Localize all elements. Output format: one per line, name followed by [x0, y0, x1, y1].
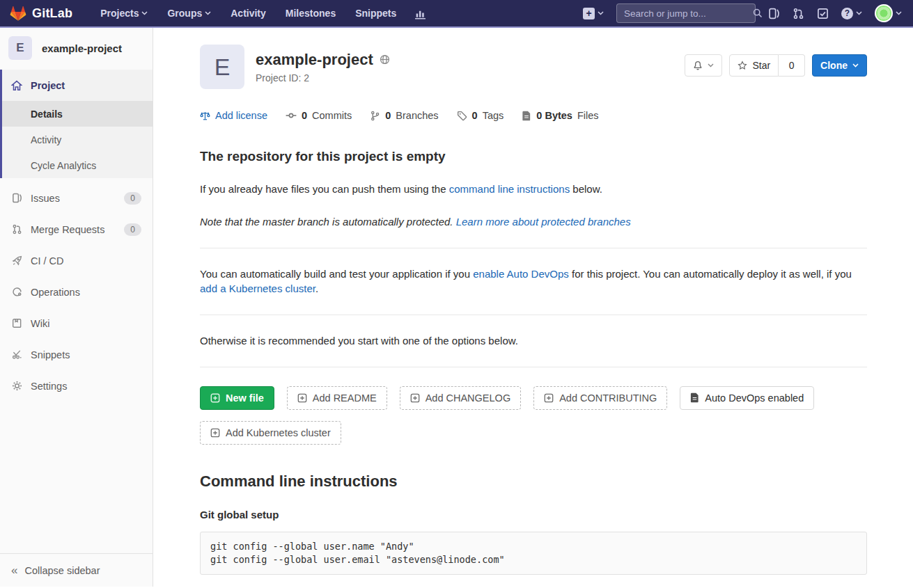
- protected-branch-note: Note that the master branch is automatic…: [200, 214, 867, 230]
- cli-heading: Command line instructions: [200, 472, 867, 491]
- gitlab-logo[interactable]: GitLab: [10, 5, 72, 22]
- help-menu-button[interactable]: ?: [841, 8, 862, 19]
- tags-stat[interactable]: 0Tags: [457, 110, 504, 121]
- project-avatar-large: E: [200, 45, 244, 89]
- divider: [200, 367, 867, 367]
- commit-icon: [286, 110, 297, 121]
- file-icon: [690, 392, 699, 403]
- plus-icon: +: [583, 8, 595, 19]
- file-icon: [522, 111, 531, 121]
- star-icon: [738, 61, 747, 70]
- search-input[interactable]: [624, 8, 747, 19]
- add-changelog-button[interactable]: Add CHANGELOG: [400, 386, 522, 410]
- auto-devops-text: You can automatically build and test you…: [200, 267, 867, 297]
- sidebar-item-activity[interactable]: Activity: [2, 127, 153, 152]
- nav-menu: Projects Groups Activity Milestones Snip…: [91, 0, 435, 26]
- collapse-icon: «: [11, 564, 17, 578]
- user-avatar: [875, 4, 893, 22]
- otherwise-text: Otherwise it is recommended you start wi…: [200, 333, 867, 349]
- sidebar-item-wiki[interactable]: Wiki: [0, 308, 153, 339]
- nav-milestones[interactable]: Milestones: [276, 0, 345, 26]
- chevron-down-icon: [896, 11, 902, 15]
- rocket-icon: [11, 255, 22, 266]
- chevron-down-icon: [205, 11, 211, 15]
- merge-requests-icon[interactable]: [793, 8, 804, 19]
- notifications-button[interactable]: [685, 54, 722, 77]
- new-file-button[interactable]: New file: [200, 386, 274, 410]
- chevron-down-icon: [141, 11, 148, 15]
- project-stats-bar: Add license 0Commits 0Branches 0Tags: [200, 110, 867, 121]
- git-global-setup-heading: Git global setup: [200, 509, 867, 521]
- sidebar-item-issues[interactable]: Issues 0: [0, 182, 153, 214]
- command-line-instructions-link[interactable]: command line instructions: [449, 183, 570, 195]
- home-icon: [11, 80, 22, 91]
- operations-icon: [11, 287, 22, 297]
- tag-icon: [457, 111, 467, 121]
- push-instructions-text: If you already have files you can push t…: [200, 182, 867, 197]
- chevron-down-icon: [708, 63, 714, 67]
- star-count[interactable]: 0: [779, 54, 805, 77]
- branches-stat[interactable]: 0Branches: [370, 110, 438, 121]
- chart-icon[interactable]: [406, 8, 435, 19]
- add-license-link[interactable]: Add license: [200, 110, 267, 121]
- star-button[interactable]: Star: [729, 54, 779, 77]
- protected-branches-link[interactable]: Learn more about protected branches: [456, 216, 631, 228]
- enable-auto-devops-link[interactable]: enable Auto DevOps: [473, 268, 569, 280]
- sidebar-item-ci-cd[interactable]: CI / CD: [0, 245, 153, 276]
- sidebar-item-merge-requests[interactable]: Merge Requests 0: [0, 214, 153, 245]
- project-avatar-small: E: [8, 36, 32, 60]
- top-navbar: GitLab Projects Groups Activity Mileston…: [0, 0, 913, 28]
- git-global-setup-code[interactable]: git config --global user.name "Andy" git…: [200, 532, 867, 575]
- clone-button[interactable]: Clone: [812, 54, 867, 77]
- page-title: example-project: [256, 51, 373, 69]
- nav-right-cluster: + ?: [583, 3, 902, 23]
- global-search[interactable]: [616, 3, 756, 23]
- gear-icon: [11, 381, 22, 391]
- merge-requests-count-badge: 0: [124, 223, 141, 236]
- add-kubernetes-cluster-link[interactable]: add a Kubernetes cluster: [200, 283, 315, 294]
- files-stat[interactable]: 0 BytesFiles: [522, 110, 598, 121]
- sidebar-item-cycle-analytics[interactable]: Cycle Analytics: [2, 152, 153, 178]
- scale-icon: [200, 111, 210, 121]
- add-contributing-button[interactable]: Add CONTRIBUTING: [533, 386, 667, 410]
- plus-square-icon: [544, 393, 554, 403]
- plus-square-icon: [210, 428, 220, 438]
- divider: [200, 248, 867, 248]
- add-readme-button[interactable]: Add README: [287, 386, 387, 410]
- collapse-sidebar-button[interactable]: « Collapse sidebar: [0, 553, 153, 587]
- issues-icon[interactable]: [768, 8, 780, 19]
- chevron-down-icon: [856, 11, 862, 15]
- commits-stat[interactable]: 0Commits: [286, 110, 352, 121]
- sidebar-item-settings[interactable]: Settings: [0, 370, 153, 402]
- empty-repo-heading: The repository for this project is empty: [200, 149, 867, 164]
- sidebar-project-context[interactable]: E example-project: [0, 28, 153, 70]
- nav-projects[interactable]: Projects: [91, 0, 157, 26]
- chevron-down-icon: [852, 63, 859, 67]
- sidebar-project-name: example-project: [42, 42, 122, 54]
- new-menu-button[interactable]: +: [583, 8, 604, 19]
- tanuki-icon: [10, 5, 26, 22]
- bell-icon: [693, 61, 703, 70]
- add-kubernetes-cluster-button[interactable]: Add Kubernetes cluster: [200, 421, 341, 445]
- sidebar-section-project: Project Details Activity Cycle Analytics: [0, 70, 153, 178]
- sidebar-item-operations[interactable]: Operations: [0, 276, 153, 308]
- help-icon: ?: [841, 8, 853, 19]
- issues-icon: [11, 193, 22, 203]
- book-icon: [11, 318, 22, 328]
- divider: [200, 315, 867, 315]
- nav-snippets[interactable]: Snippets: [345, 0, 406, 26]
- nav-groups[interactable]: Groups: [157, 0, 221, 26]
- main-content: E example-project Project ID: 2: [153, 28, 913, 587]
- public-visibility-icon: [380, 54, 390, 65]
- sidebar-item-project[interactable]: Project: [2, 70, 153, 101]
- chevron-down-icon: [598, 11, 604, 15]
- issues-count-badge: 0: [124, 192, 141, 205]
- sidebar-item-details[interactable]: Details: [2, 101, 153, 127]
- scissors-icon: [11, 349, 22, 360]
- user-menu-button[interactable]: [875, 4, 902, 22]
- todos-icon[interactable]: [817, 8, 829, 19]
- search-icon: [753, 8, 763, 18]
- sidebar-item-snippets[interactable]: Snippets: [0, 339, 153, 370]
- auto-devops-enabled-button[interactable]: Auto DevOps enabled: [680, 386, 814, 410]
- nav-activity[interactable]: Activity: [221, 0, 276, 26]
